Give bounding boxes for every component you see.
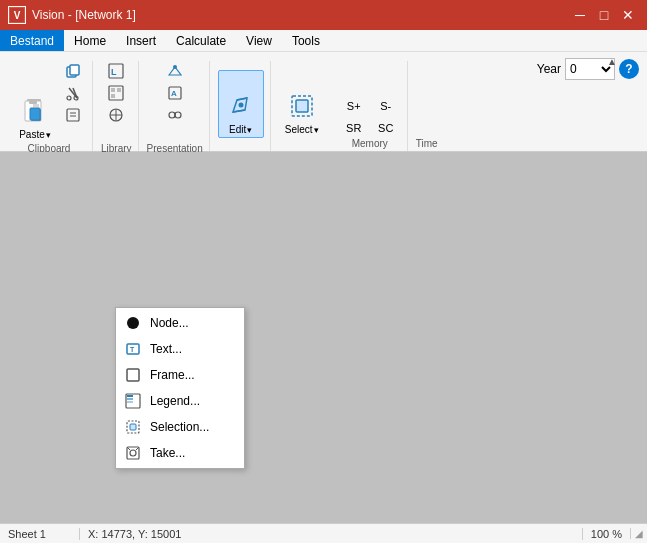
copy-button[interactable] [60,61,86,81]
ribbon-group-library: L [95,61,139,151]
ribbon-group-select: Select ▾ . [273,61,331,151]
svg-rect-4 [29,101,37,104]
app-icon: V [8,6,26,24]
minimize-button[interactable]: ─ [569,4,591,26]
sc-button[interactable]: SC [371,118,401,138]
svg-rect-36 [296,100,308,112]
ctx-take-label: Take... [150,446,185,460]
maximize-button[interactable]: □ [593,4,615,26]
library-btn1[interactable]: L [103,61,129,81]
memory-label: Memory [339,138,401,151]
edit-button[interactable]: Edit ▾ [218,70,264,138]
menu-home[interactable]: Home [64,30,116,51]
ribbon-collapse-icon[interactable]: ▲ [607,56,617,67]
frame-icon [124,366,142,384]
presentation-btn3[interactable] [162,105,188,125]
library-icon1: L [108,63,124,79]
menu-insert[interactable]: Insert [116,30,166,51]
status-coords: X: 14773, Y: 15001 [80,528,582,540]
ctx-take[interactable]: Take... [116,440,244,466]
paste-button[interactable]: Paste ▾ [12,75,58,143]
select-buttons: Select ▾ [279,61,325,138]
time-label: Time [416,138,438,151]
ctx-legend[interactable]: Legend... [116,388,244,414]
presentation-icon1 [167,63,183,79]
menu-calculate[interactable]: Calculate [166,30,236,51]
year-control: Year 0 [537,58,615,80]
canvas-area: Node... T Text... Frame... [0,152,647,523]
copy-icon [65,63,81,79]
selection-icon [124,418,142,436]
presentation-btn1[interactable] [162,61,188,81]
ctx-selection-label: Selection... [150,420,209,434]
svg-point-27 [173,65,177,69]
svg-rect-44 [127,401,133,403]
window-title: Vision - [Network 1] [32,8,136,22]
svg-text:A: A [171,89,177,98]
clipboard-buttons: Paste ▾ [12,61,86,143]
menu-view[interactable]: View [236,30,282,51]
format-button[interactable] [60,105,86,125]
svg-rect-46 [130,424,136,430]
presentation-icon3 [167,107,183,123]
svg-line-34 [233,110,245,112]
title-bar: V Vision - [Network 1] ─ □ ✕ [0,0,647,30]
ctx-selection[interactable]: Selection... [116,414,244,440]
svg-text:V: V [14,10,21,21]
svg-rect-40 [127,369,139,381]
edit-buttons: Edit ▾ [218,61,264,138]
ctx-node-label: Node... [150,316,189,330]
cut-icon [65,85,81,101]
presentation-icon2: A [167,85,183,101]
ctx-text[interactable]: T Text... [116,336,244,362]
ribbon-group-memory: S+ S- SR SC Memory [333,61,408,151]
menu-bestand[interactable]: Bestand [0,30,64,51]
svg-rect-23 [111,94,115,98]
ctx-frame[interactable]: Frame... [116,362,244,388]
presentation-btn2[interactable]: A [162,83,188,103]
s-minus-button[interactable]: S- [371,96,401,116]
sr-button[interactable]: SR [339,118,369,138]
help-button[interactable]: ? [619,59,639,79]
svg-point-13 [67,96,71,100]
year-label: Year [537,62,561,76]
status-sheet: Sheet 1 [0,528,80,540]
resize-handle[interactable]: ◢ [630,528,647,539]
svg-text:L: L [111,67,117,77]
presentation-buttons: A [162,61,188,143]
status-bar: Sheet 1 X: 14773, Y: 15001 100 % ◢ [0,523,647,543]
ctx-legend-label: Legend... [150,394,200,408]
svg-rect-10 [70,65,79,75]
format-icon [65,107,81,123]
context-menu: Node... T Text... Frame... [115,307,245,469]
ribbon-group-time: Time [410,61,444,151]
ctx-node[interactable]: Node... [116,310,244,336]
s-plus-button[interactable]: S+ [339,96,369,116]
library-icon2 [108,85,124,101]
svg-point-31 [175,112,181,118]
select-button[interactable]: Select ▾ [279,70,325,138]
library-btn2[interactable] [103,83,129,103]
svg-text:T: T [130,346,135,353]
select-icon [286,90,318,122]
cut-button[interactable] [60,83,86,103]
select-label: Select ▾ [285,124,319,135]
svg-point-37 [127,317,139,329]
close-button[interactable]: ✕ [617,4,639,26]
title-bar-left: V Vision - [Network 1] [8,6,136,24]
library-buttons: L [103,61,129,143]
svg-rect-42 [127,395,133,397]
take-icon [124,444,142,462]
svg-point-14 [74,96,78,100]
svg-rect-22 [117,88,121,92]
library-btn3[interactable] [103,105,129,125]
menu-bar: Bestand Home Insert Calculate View Tools [0,30,647,52]
paste-label: Paste ▾ [19,129,51,140]
paste-icon [19,95,51,127]
svg-rect-15 [67,109,79,121]
menu-tools[interactable]: Tools [282,30,330,51]
title-bar-controls: ─ □ ✕ [569,4,639,26]
node-icon [124,314,142,332]
svg-rect-21 [111,88,115,92]
legend-icon [124,392,142,410]
